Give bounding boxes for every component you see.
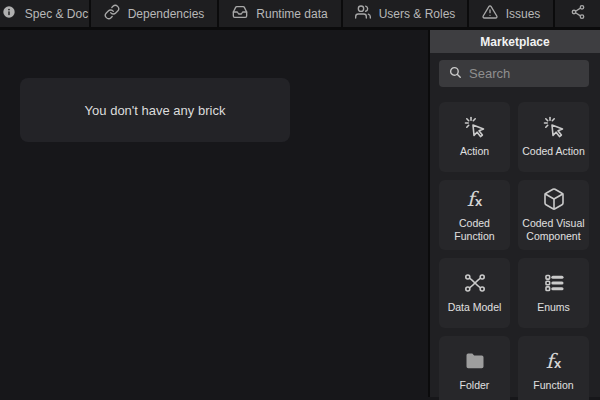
tile-label: Coded Visual Component	[520, 217, 587, 243]
tile-coded-function[interactable]: fx Coded Function	[439, 180, 510, 250]
brick-grid: Action Coded Action fx Coded Function	[439, 102, 589, 400]
tile-label: Data Model	[448, 301, 502, 314]
tab-label: Spec & Doc	[25, 7, 88, 21]
tile-label: Coded Function	[441, 217, 508, 243]
share-button[interactable]	[555, 0, 600, 27]
tile-label: Coded Action	[522, 145, 584, 158]
info-icon	[1, 4, 17, 23]
graph-nodes-icon	[463, 271, 487, 295]
link-icon	[104, 4, 120, 23]
marketplace-panel: Marketplace Action	[428, 30, 600, 397]
cursor-click-icon	[542, 115, 566, 139]
tile-function[interactable]: fx Function	[518, 336, 589, 400]
app-window: Spec & Doc Dependencies Runtime data Use…	[0, 0, 600, 400]
panel-title: Marketplace	[480, 35, 549, 49]
fx-icon: fx	[546, 349, 562, 373]
cube-icon	[542, 187, 566, 211]
search-icon	[448, 65, 462, 83]
folder-icon	[463, 349, 487, 373]
tile-label: Folder	[460, 379, 490, 392]
tile-label: Action	[460, 145, 489, 158]
empty-state-card: You don't have any brick	[20, 78, 290, 142]
inbox-icon	[232, 4, 248, 23]
tile-folder[interactable]: Folder	[439, 336, 510, 400]
users-icon	[355, 4, 371, 23]
tab-label: Users & Roles	[379, 7, 456, 21]
search-input[interactable]	[469, 66, 580, 81]
tile-label: Function	[533, 379, 573, 392]
list-items-icon	[542, 271, 566, 295]
tab-runtime-data[interactable]: Runtime data	[219, 0, 343, 27]
tile-data-model[interactable]: Data Model	[439, 258, 510, 328]
canvas-area: You don't have any brick	[0, 30, 428, 397]
tab-users-and-roles[interactable]: Users & Roles	[343, 0, 469, 27]
share-icon	[570, 4, 586, 24]
tile-coded-action[interactable]: Coded Action	[518, 102, 589, 172]
search-box[interactable]	[439, 60, 589, 87]
tab-label: Runtime data	[256, 7, 327, 21]
tab-issues[interactable]: Issues	[469, 0, 555, 27]
tile-coded-visual-component[interactable]: Coded Visual Component	[518, 180, 589, 250]
tile-label: Enums	[537, 301, 570, 314]
cursor-click-icon	[463, 115, 487, 139]
top-navigation: Spec & Doc Dependencies Runtime data Use…	[0, 0, 600, 30]
tab-label: Dependencies	[128, 7, 205, 21]
tab-label: Issues	[506, 7, 541, 21]
marketplace-header: Marketplace	[430, 30, 600, 53]
tab-dependencies[interactable]: Dependencies	[91, 0, 219, 27]
warning-icon	[482, 4, 498, 23]
tile-enums[interactable]: Enums	[518, 258, 589, 328]
tile-action[interactable]: Action	[439, 102, 510, 172]
tab-spec-and-doc[interactable]: Spec & Doc	[0, 0, 91, 27]
fx-icon: fx	[467, 187, 483, 211]
empty-state-message: You don't have any brick	[85, 103, 226, 118]
